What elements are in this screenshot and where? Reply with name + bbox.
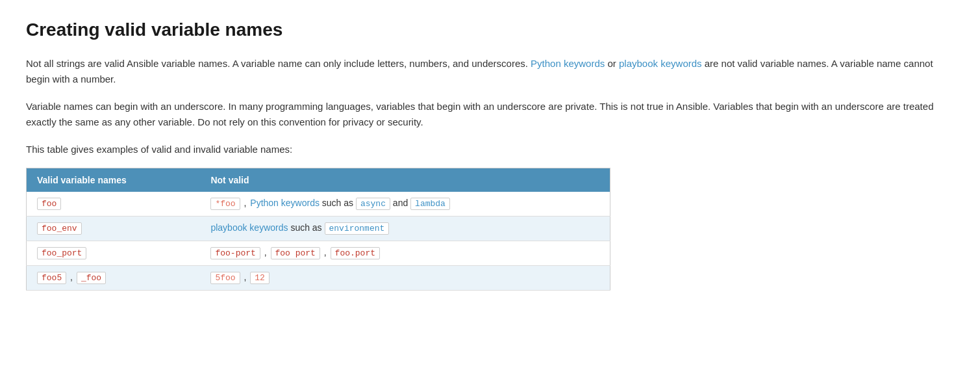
para1-or: or xyxy=(605,58,619,69)
table-row: foo_port foo-port , foo port , foo.port xyxy=(27,241,610,266)
variable-names-table: Valid variable names Not valid foo *foo … xyxy=(26,168,610,291)
comma-1: , xyxy=(244,198,249,208)
invalid-cell-4: 5foo , 12 xyxy=(200,266,610,291)
valid-cell-4: foo5 , _foo xyxy=(27,266,201,291)
python-keywords-link[interactable]: Python keywords xyxy=(531,58,605,69)
para1-text1: Not all strings are valid Ansible variab… xyxy=(26,58,531,69)
page-title: Creating valid variable names xyxy=(26,20,954,40)
invalid-code-5foo: 5foo xyxy=(210,272,240,284)
comma-2: , xyxy=(264,247,270,257)
table-row: foo_env playbook keywords such as enviro… xyxy=(27,217,610,241)
invalid-code-foo-dot-port: foo.port xyxy=(331,247,380,259)
valid-code-underscore-foo: _foo xyxy=(77,272,106,284)
invalid-cell-3: foo-port , foo port , foo.port xyxy=(200,241,610,266)
comma-3: , xyxy=(324,247,329,257)
col-valid-header: Valid variable names xyxy=(27,168,201,192)
invalid-code-12: 12 xyxy=(250,272,270,284)
python-keywords-link-2[interactable]: Python keywords xyxy=(250,198,320,208)
invalid-cell-1: *foo , Python keywords such as async and… xyxy=(200,192,610,217)
paragraph-3: This table gives examples of valid and i… xyxy=(26,142,954,157)
col-invalid-header: Not valid xyxy=(200,168,610,192)
table-row: foo *foo , Python keywords such as async… xyxy=(27,192,610,217)
comma-4: , xyxy=(70,272,75,282)
invalid-code-async: async xyxy=(356,198,390,210)
valid-code-foo: foo xyxy=(37,198,61,210)
valid-cell-3: foo_port xyxy=(27,241,201,266)
table-row: foo5 , _foo 5foo , 12 xyxy=(27,266,610,291)
invalid-cell-2: playbook keywords such as environment xyxy=(200,217,610,241)
invalid-code-lambda: lambda xyxy=(410,198,450,210)
invalid-code-foo-space-port: foo port xyxy=(271,247,320,259)
valid-code-foo5: foo5 xyxy=(37,272,66,284)
comma-5: , xyxy=(244,272,249,282)
invalid-code-environment: environment xyxy=(325,222,390,235)
valid-code-foo-port: foo_port xyxy=(37,247,86,259)
invalid-code-storfoo: *foo xyxy=(210,198,240,210)
valid-code-foo-env: foo_env xyxy=(37,222,82,235)
valid-cell-1: foo xyxy=(27,192,201,217)
such-as-text-2: such as xyxy=(290,222,324,233)
and-text: and xyxy=(393,198,410,208)
playbook-keywords-link[interactable]: playbook keywords xyxy=(619,58,702,69)
such-as-text-1: such as xyxy=(322,198,356,208)
valid-cell-2: foo_env xyxy=(27,217,201,241)
paragraph-1: Not all strings are valid Ansible variab… xyxy=(26,56,954,87)
paragraph-2: Variable names can begin with an undersc… xyxy=(26,99,954,130)
playbook-keywords-link-2[interactable]: playbook keywords xyxy=(210,222,288,233)
invalid-code-foo-dash-port: foo-port xyxy=(210,247,260,259)
